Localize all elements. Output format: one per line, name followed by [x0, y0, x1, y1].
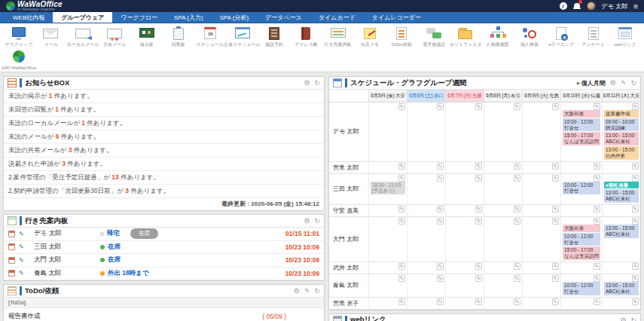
schedule-cell[interactable]: ✎: [407, 298, 445, 310]
edit-icon[interactable]: ✎: [594, 163, 600, 170]
edit-icon[interactable]: ✎: [632, 263, 639, 270]
schedule-cell[interactable]: ✎●朝礼当番13:00 - 15:00ABC社来社: [602, 174, 640, 205]
schedule-cell[interactable]: ✎13:00 - 15:00ABC社来社: [602, 274, 640, 298]
notice-item[interactable]: 決裁された申請が 3 件あります。: [4, 157, 324, 171]
schedule-cell[interactable]: ✎: [484, 205, 522, 217]
schedule-event[interactable]: 10:00 - 12:00打合せ: [563, 118, 600, 132]
edit-icon[interactable]: ✎: [514, 275, 520, 282]
edit-icon[interactable]: ✎: [398, 103, 405, 110]
schedule-cell[interactable]: ✎: [560, 205, 602, 217]
refresh-icon[interactable]: ↻: [630, 79, 636, 87]
schedule-cell[interactable]: ✎: [522, 298, 560, 310]
toolbar-item-e-meeting[interactable]: 電子会議室: [418, 26, 450, 48]
schedule-event[interactable]: 10:00 - 12:00打合せ: [563, 182, 600, 195]
schedule-cell[interactable]: ✎: [602, 262, 640, 274]
toolbar-item-org-chart[interactable]: 人員構成図: [481, 26, 513, 48]
schedule-cell[interactable]: ✎: [368, 102, 407, 162]
notice-item[interactable]: 未読のメールが 6 件あります。: [4, 130, 324, 144]
schedule-cell[interactable]: ✎: [407, 205, 445, 217]
edit-icon[interactable]: ✎: [514, 163, 520, 170]
schedule-cell[interactable]: ✎: [445, 298, 484, 310]
schedule-event[interactable]: 13:00 - 15:00ABC社来社: [604, 282, 639, 295]
edit-icon[interactable]: ✎: [19, 257, 24, 264]
schedule-cell[interactable]: ✎: [445, 262, 484, 274]
schedule-event[interactable]: 大阪出張: [563, 225, 600, 232]
gear-icon[interactable]: ⚙: [620, 316, 626, 321]
edit-icon[interactable]: ✎: [552, 298, 559, 305]
edit-icon[interactable]: ✎: [475, 275, 482, 282]
schedule-cell[interactable]: ✎: [407, 262, 445, 274]
edit-icon[interactable]: ✎: [632, 163, 639, 170]
edit-icon[interactable]: ✎: [552, 175, 559, 182]
schedule-event[interactable]: 10:00 - 12:00打合せ: [563, 233, 600, 246]
edit-icon[interactable]: ✎: [475, 175, 482, 182]
toolbar-item-web-link[interactable]: webリンク: [609, 26, 641, 48]
schedule-event[interactable]: 提案書作成: [604, 110, 639, 118]
schedule-cell[interactable]: ✎: [560, 262, 602, 274]
schedule-cell[interactable]: ✎: [368, 162, 407, 174]
nav-tab-timerecorder[interactable]: タイムレコーダー: [364, 12, 429, 23]
notifications-bell-icon[interactable]: [573, 2, 581, 10]
schedule-cell[interactable]: ✎10:00 - 12:00打合せ: [560, 174, 602, 205]
schedule-cell[interactable]: ✎: [368, 274, 407, 298]
schedule-event[interactable]: 10:00 - 12:00打合せ: [563, 282, 600, 295]
edit-icon[interactable]: ✎: [594, 103, 600, 110]
toolbar-item-hot-folder[interactable]: ホットフォルダ: [450, 26, 482, 48]
edit-icon[interactable]: ✎: [632, 103, 639, 110]
edit-icon[interactable]: ✎: [552, 218, 559, 225]
edit-icon[interactable]: ✎: [475, 218, 482, 225]
schedule-event[interactable]: 13:00 - 15:00ABC社来社: [604, 132, 639, 145]
edit-icon[interactable]: ✎: [594, 218, 600, 225]
schedule-cell[interactable]: ✎: [484, 217, 522, 262]
schedule-event[interactable]: 15:00 - 17:00なんば支店訪問: [563, 132, 600, 145]
schedule-cell[interactable]: ✎: [368, 205, 407, 217]
nav-tab-database[interactable]: データベース: [257, 12, 310, 23]
toolbar-item-address-book[interactable]: アドレス帳: [290, 26, 322, 48]
edit-icon[interactable]: ✎: [398, 298, 405, 305]
edit-icon[interactable]: ✎: [594, 275, 600, 282]
edit-icon[interactable]: ✎: [19, 243, 24, 250]
edit-icon[interactable]: ✎: [437, 298, 444, 305]
edit-icon[interactable]: ✎: [475, 103, 482, 110]
edit-icon[interactable]: ✎: [621, 79, 627, 87]
nav-tab-spa-input[interactable]: SPA (入力): [166, 12, 212, 23]
notice-item[interactable]: 未読のローカルメールが 1 件あります。: [4, 117, 324, 130]
edit-icon[interactable]: ✎: [552, 206, 559, 212]
personal-month-link[interactable]: ▶ 個人月間: [577, 79, 606, 87]
avatar[interactable]: [587, 2, 596, 11]
schedule-cell[interactable]: ✎: [484, 274, 522, 298]
notice-item[interactable]: 未読の掲示が 1 件あります。: [4, 90, 324, 103]
schedule-event[interactable]: 18:30 - 21:00[予定あり]: [371, 182, 405, 195]
toolbar-item-local-mail[interactable]: ローカルメール: [67, 26, 99, 48]
nav-tab-spa-analysis[interactable]: SPA (分析): [212, 12, 258, 23]
notice-item[interactable]: 2.案件管理の「受注予定日超過」が 13 件あります。: [4, 171, 324, 185]
schedule-cell[interactable]: ✎大阪出張10:00 - 12:00打合せ15:00 - 17:00なんば支店訪…: [560, 217, 602, 262]
status-text[interactable]: 在席: [108, 255, 121, 264]
toolbar-item-e-learning[interactable]: eラーニング: [545, 26, 577, 48]
schedule-cell[interactable]: ✎: [445, 274, 484, 298]
nav-tab-workflow[interactable]: ワークフロー: [112, 12, 166, 23]
toolbar-item-message-memo[interactable]: 伝言メモ: [354, 26, 386, 48]
schedule-cell[interactable]: ✎10:00 - 12:00打合せ: [560, 274, 602, 298]
toolbar-item-bulletin-board[interactable]: 掲示板: [130, 26, 162, 48]
toolbar-item-wawa-hp[interactable]: [HP] WaWaOffice: [3, 50, 35, 70]
calendar-icon[interactable]: [8, 243, 15, 250]
schedule-cell[interactable]: ✎: [484, 174, 522, 205]
schedule-cell[interactable]: ✎: [368, 217, 407, 262]
toolbar-item-destination-board[interactable]: 行き先案内板: [322, 26, 354, 48]
edit-icon[interactable]: ✎: [632, 298, 639, 305]
edit-icon[interactable]: ✎: [437, 175, 444, 182]
edit-icon[interactable]: ✎: [594, 206, 600, 212]
edit-icon[interactable]: ✎: [437, 275, 444, 282]
schedule-cell[interactable]: ✎提案書作成09:00 - 10:00防災訓練13:00 - 15:00ABC社…: [602, 102, 640, 162]
edit-icon[interactable]: ✎: [594, 175, 600, 182]
edit-icon[interactable]: ✎: [398, 263, 405, 270]
hamburger-menu-icon[interactable]: ≡: [633, 2, 638, 11]
edit-icon[interactable]: ✎: [398, 175, 405, 182]
refresh-icon[interactable]: ↻: [314, 79, 320, 87]
edit-icon[interactable]: ✎: [632, 275, 639, 282]
edit-icon[interactable]: ✎: [437, 163, 444, 170]
schedule-cell[interactable]: ✎: [445, 205, 484, 217]
toolbar-item-survey[interactable]: アンケート: [577, 26, 609, 48]
toolbar-item-desktop[interactable]: デスクトップ: [3, 26, 35, 48]
